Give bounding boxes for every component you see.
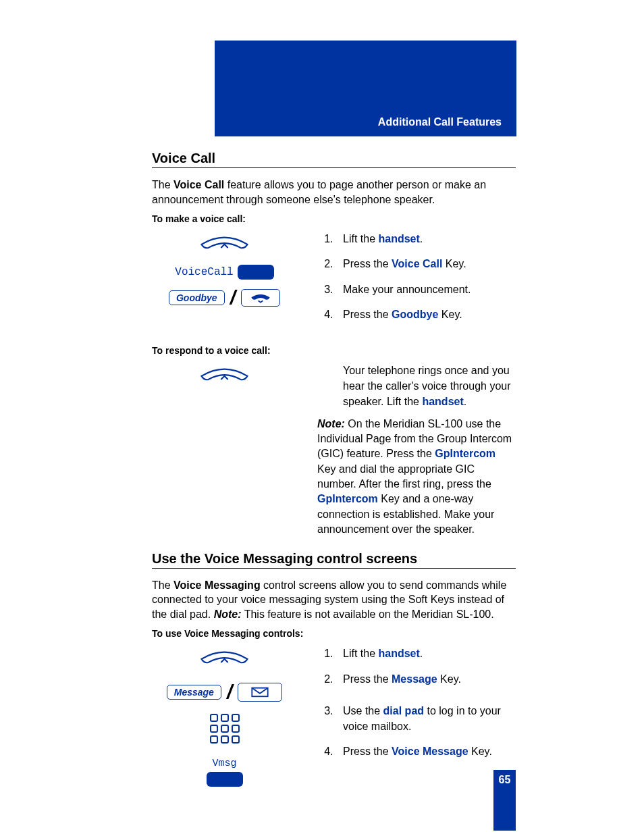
note-label: Note:: [317, 418, 345, 429]
voicecall-key-row: VoiceCall: [175, 265, 273, 280]
step-item: Make your announcement.: [336, 282, 516, 297]
icon-column: [152, 363, 297, 538]
svg-rect-9: [232, 736, 239, 743]
svg-rect-8: [221, 736, 228, 743]
heading-respond-voice-call: To respond to a voice call:: [152, 345, 516, 356]
voice-call-intro: The Voice Call feature allows you to pag…: [152, 178, 516, 207]
text-bold: Voice Messaging: [173, 579, 261, 591]
svg-rect-7: [211, 736, 217, 743]
note-label: Note:: [214, 608, 242, 620]
text: This feature is not available on the Mer…: [242, 608, 494, 620]
keyword: Message: [392, 673, 437, 685]
message-key-row: Message /: [167, 682, 283, 702]
message-softkey: Message: [167, 685, 221, 700]
goodbye-key-row: Goodbye /: [169, 288, 280, 308]
svg-rect-6: [232, 725, 239, 732]
voice-messaging-intro: The Voice Messaging control screens allo…: [152, 578, 516, 622]
heading-make-voice-call: To make a voice call:: [152, 213, 516, 224]
text: Press the: [343, 673, 392, 685]
slash-separator: /: [227, 682, 232, 702]
keyword: GpIntercom: [435, 448, 495, 459]
keyword: Voice Call: [392, 258, 442, 269]
text: Press the: [343, 258, 392, 269]
step-item: Press the Voice Message Key.: [336, 744, 516, 759]
vmsg-label: Vmsg: [212, 758, 236, 769]
handset-icon: [196, 234, 253, 257]
keyword: GpIntercom: [317, 493, 378, 504]
voicecall-label: VoiceCall: [175, 266, 233, 278]
text: Key.: [442, 258, 466, 269]
keyword: handset: [378, 648, 419, 659]
section-title-voice-call: Voice Call: [152, 151, 516, 168]
vmsg-key-group: Vmsg: [207, 758, 243, 787]
text: Key.: [468, 746, 492, 757]
respond-ring-text: Your telephone rings once and you hear t…: [317, 363, 516, 410]
text-bold: Voice Call: [173, 179, 224, 190]
text: .: [464, 396, 466, 407]
svg-rect-1: [211, 714, 217, 721]
goodbye-softkey: Goodbye: [169, 290, 225, 305]
section-title-voice-messaging: Use the Voice Messaging control screens: [152, 551, 516, 569]
envelope-key-icon: [238, 683, 282, 702]
slash-separator: /: [230, 288, 236, 308]
step-item: Press the Goodbye Key.: [336, 307, 516, 322]
header-section-label: Additional Call Features: [378, 116, 502, 128]
hangup-key-icon: [241, 289, 280, 307]
step-item: Press the Message Key.: [336, 671, 516, 687]
text: Use the: [343, 705, 383, 716]
text: Key.: [437, 673, 461, 685]
text: Press the: [343, 746, 392, 757]
text: The: [152, 579, 173, 591]
text: Key.: [438, 309, 462, 320]
heading-use-vm-controls: To use Voice Messaging controls:: [152, 628, 516, 639]
icon-column: Message / Vmsg: [152, 646, 297, 787]
step-item: Lift the handset.: [336, 231, 516, 246]
svg-rect-3: [232, 714, 239, 721]
step-item: Press the Voice Call Key.: [336, 256, 516, 271]
softkey-pill-icon: [207, 772, 243, 787]
text: Press the: [343, 309, 392, 320]
voice-messaging-steps: Lift the handset. Press the Message Key.…: [317, 646, 516, 759]
svg-rect-5: [221, 725, 228, 732]
keyword: dial pad: [383, 705, 424, 716]
step-item: Use the dial pad to log in to your voice…: [336, 703, 516, 734]
step-item: Lift the handset.: [336, 646, 516, 661]
text: Lift the: [343, 233, 378, 244]
text: .: [420, 233, 423, 244]
handset-icon: [196, 648, 253, 671]
dial-pad-icon: [209, 713, 240, 747]
text: .: [420, 648, 423, 659]
page-number: 65: [493, 770, 516, 831]
text: Lift the: [343, 648, 378, 659]
keyword: handset: [422, 396, 463, 407]
voice-call-note: Note: On the Meridian SL-100 use the Ind…: [317, 417, 516, 538]
svg-rect-4: [211, 725, 217, 732]
keyword: handset: [378, 233, 419, 244]
keyword: Voice Message: [392, 746, 468, 757]
text: The: [152, 179, 173, 190]
text: Key and dial the appropriate GIC number.…: [317, 463, 491, 490]
keyword: Goodbye: [392, 309, 438, 320]
softkey-pill-icon: [238, 265, 274, 280]
svg-rect-2: [221, 714, 228, 721]
handset-icon: [196, 365, 253, 388]
voice-call-steps: Lift the handset. Press the Voice Call K…: [317, 231, 516, 322]
header-band: Additional Call Features: [215, 41, 516, 136]
icon-column: VoiceCall Goodbye /: [152, 231, 297, 332]
